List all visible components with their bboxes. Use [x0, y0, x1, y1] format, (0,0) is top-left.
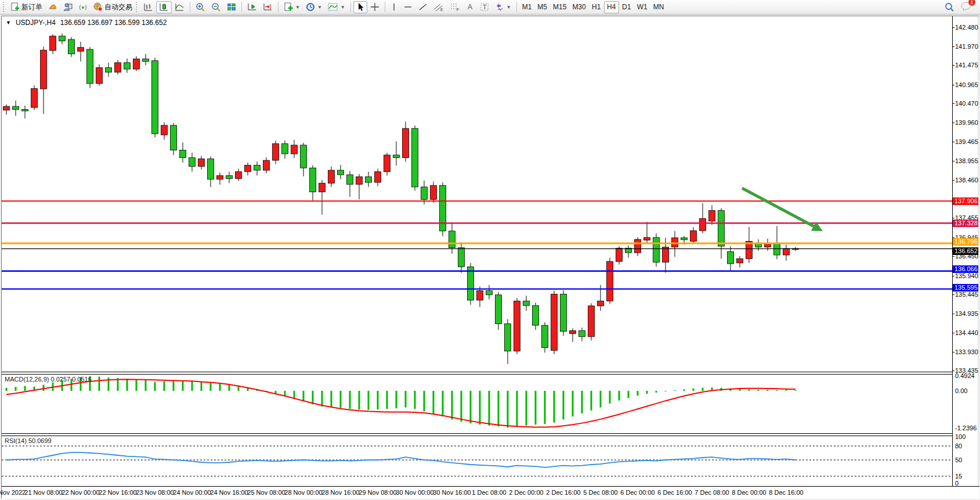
timeframe-button-mn[interactable]: MN [650, 1, 667, 13]
bar-chart-button[interactable] [140, 1, 156, 13]
candle-body [700, 218, 706, 231]
candle-body [180, 150, 186, 157]
candle-body [68, 39, 75, 54]
candle-body [124, 63, 131, 69]
toolbar-separator [241, 2, 242, 12]
candle-body [672, 238, 678, 247]
svg-text:A: A [468, 3, 472, 11]
time-label: 8 Dec 16:00 [763, 489, 809, 496]
candle-body [273, 143, 279, 160]
indicators-button[interactable]: ▼ [325, 1, 348, 13]
rsi-axis-label: 100 [955, 433, 965, 440]
styler-button[interactable] [45, 1, 60, 13]
chart-title[interactable]: ▼ USDJPY-,H4 136.659 136.697 136.599 136… [6, 19, 167, 27]
vertical-line-button[interactable] [388, 1, 400, 13]
chart-window: ▼ USDJPY-,H4 136.659 136.697 136.599 136… [1, 16, 979, 498]
candle-chart-button[interactable] [156, 1, 172, 13]
autoscroll-button[interactable] [244, 1, 260, 13]
symbol-dropdown-icon[interactable]: ▼ [6, 20, 11, 26]
chevron-down-icon: ▼ [507, 5, 511, 10]
hline-icon [403, 2, 413, 12]
period-button[interactable]: ▼ [303, 1, 325, 13]
notification-badge: 1 [968, 0, 976, 6]
candle-body [161, 125, 168, 135]
candle-body [291, 145, 298, 154]
candle-body [245, 166, 251, 172]
new-order-icon [10, 2, 20, 12]
vline-icon [390, 2, 397, 12]
timeframe-button-m5[interactable]: M5 [534, 1, 550, 13]
autoscroll-icon [247, 2, 257, 12]
candle-body [412, 128, 418, 187]
trendline-button[interactable] [415, 1, 431, 13]
fibonacci-icon: F [450, 2, 460, 12]
panel-separator[interactable] [2, 433, 952, 436]
toolbar-separator [350, 2, 351, 12]
candle-body [356, 177, 363, 184]
candle-body [635, 239, 641, 253]
candle-body [783, 249, 790, 255]
candle-body [226, 175, 233, 178]
candle-body [737, 259, 743, 263]
timeframe-button-h1[interactable]: H1 [589, 1, 604, 13]
text-icon: A [466, 2, 474, 12]
timeframe-button-m1[interactable]: M1 [519, 1, 535, 13]
timeframe-button-w1[interactable]: W1 [634, 1, 650, 13]
candle-chart-icon [159, 2, 169, 12]
price-tick: 140.470 [955, 100, 978, 107]
candle-body [78, 48, 84, 52]
candle-body [393, 155, 400, 158]
tile-windows-icon [227, 2, 236, 12]
search-icon[interactable] [945, 2, 954, 12]
crosshair-button[interactable] [367, 1, 382, 13]
candle-body [431, 185, 437, 199]
rsi-panel[interactable] [2, 436, 952, 486]
auto-trading-button[interactable]: 自动交易 [91, 1, 135, 13]
cursor-icon [356, 2, 364, 12]
candle-body [505, 324, 511, 351]
timeframe-button-m15[interactable]: M15 [550, 1, 569, 13]
new-chart-button[interactable]: ▼ [281, 1, 303, 13]
candle-body [681, 238, 688, 240]
main-chart[interactable] [2, 16, 952, 372]
candle-body [653, 238, 660, 262]
zoom-out-button[interactable] [208, 1, 224, 13]
fibonacci-button[interactable]: F [447, 1, 463, 13]
timeframe-button-d1[interactable]: D1 [619, 1, 634, 13]
text-button[interactable]: A [463, 1, 477, 13]
macd-axis-label: 0.00 [955, 387, 967, 394]
panel-separator[interactable] [2, 372, 952, 375]
timeframe-button-m30[interactable]: M30 [569, 1, 588, 13]
auto-trading-label: 自动交易 [104, 2, 132, 12]
chart-shift-button[interactable] [260, 1, 276, 13]
text-label-button[interactable]: T [477, 1, 492, 13]
price-axis[interactable]: 142.480141.970141.475140.965140.470139.9… [952, 16, 978, 486]
new-order-button[interactable]: 新订单 [8, 1, 45, 13]
arrows-button[interactable]: ▼ [492, 1, 514, 13]
zoom-in-button[interactable] [193, 1, 208, 13]
line-chart-button[interactable] [172, 1, 187, 13]
price-tick: 139.960 [955, 119, 978, 127]
candle-body [133, 59, 140, 69]
channel-icon: E [433, 2, 444, 12]
equidistant-channel-button[interactable]: E [431, 1, 447, 13]
tile-windows-button[interactable] [224, 1, 239, 13]
candle-body [486, 291, 493, 295]
time-axis[interactable]: 20 Nov 202221 Nov 08:0022 Nov 00:0022 No… [2, 486, 979, 499]
trend-arrow[interactable] [742, 188, 813, 226]
candle-body [477, 291, 483, 300]
horizontal-line-button[interactable] [400, 1, 415, 13]
signal-button[interactable] [75, 1, 91, 13]
timeframe-button-h4[interactable]: H4 [604, 1, 619, 13]
rsi-axis-label: 50 [955, 456, 962, 463]
price-level-label: 137.328 [953, 220, 978, 227]
notifications-button[interactable]: 1 [960, 1, 972, 13]
cursor-button[interactable] [353, 1, 367, 13]
profile-icon [63, 2, 73, 12]
profile-button[interactable] [60, 1, 75, 13]
chevron-down-icon: ▼ [317, 5, 322, 10]
candle-body [263, 160, 270, 170]
candle-body [514, 301, 520, 351]
candle-body [588, 306, 595, 337]
macd-panel[interactable] [2, 375, 952, 433]
